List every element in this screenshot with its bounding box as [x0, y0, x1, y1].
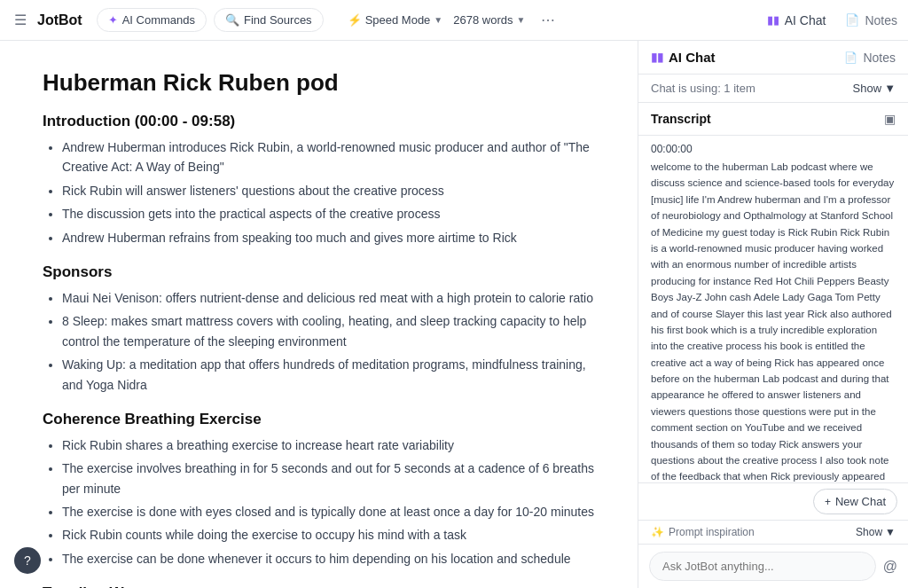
word-count-button[interactable]: 2678 words ▼ [453, 13, 525, 27]
transcript-label: Transcript [651, 112, 711, 126]
find-sources-icon: 🔍 [225, 13, 239, 27]
notes-panel-label: Notes [863, 51, 896, 65]
show-button[interactable]: Show ▼ [853, 82, 896, 95]
speed-mode-label: Speed Mode [365, 13, 431, 27]
word-count-chevron: ▼ [516, 15, 525, 25]
hamburger-icon[interactable]: ☰ [11, 8, 30, 32]
notes-tab[interactable]: 📄 Notes [845, 13, 897, 27]
more-options-button[interactable]: ⋯ [536, 8, 560, 32]
transcript-scroll[interactable]: 00:00:00 welcome to the huberman Lab pod… [638, 136, 908, 482]
list-item: Rick Rubin shares a breathing exercise t… [62, 435, 595, 455]
list-item: Maui Nei Venison: offers nutrient-dense … [62, 288, 595, 308]
chat-tab[interactable]: ▮▮ AI Chat [758, 10, 835, 31]
chat-input-area: @ [638, 544, 908, 588]
document-area: Huberman Rick Ruben pod Introduction (00… [0, 41, 638, 588]
notes-panel-button[interactable]: 📄 Notes [844, 51, 896, 65]
list-item: The exercise involves breathing in for 5… [62, 459, 595, 498]
list-item: 8 Sleep: makes smart mattress covers wit… [62, 311, 595, 351]
brand-name: JotBot [37, 12, 82, 28]
at-button[interactable]: @ [883, 559, 897, 575]
list-item: Waking Up: a meditation app that offers … [62, 355, 595, 395]
prompt-inspiration-bar: ✨ Prompt inspiration Show ▼ [638, 520, 908, 544]
section-list-2: Rick Rubin shares a breathing exercise t… [43, 435, 595, 568]
prompt-show-label: Show [856, 526, 882, 538]
notes-panel-icon: 📄 [844, 51, 857, 64]
section-list-1: Maui Nei Venison: offers nutrient-dense … [43, 288, 595, 395]
show-label: Show [853, 82, 882, 95]
lightning-icon: ⚡ [348, 13, 362, 27]
help-button[interactable]: ? [14, 547, 41, 574]
transcript-timestamp: 00:00:00 [638, 136, 908, 159]
topbar-left: ☰ JotBot ✦ AI Commands 🔍 Find Sources [11, 8, 340, 32]
chat-input[interactable] [649, 552, 876, 581]
show-chevron-icon: ▼ [884, 82, 896, 95]
chat-tab-icon: ▮▮ [767, 13, 779, 27]
panel-title-label: AI Chat [669, 50, 716, 65]
section-heading-3: Treading Water [43, 584, 595, 588]
panel-header: ▮▮ AI Chat 📄 Notes [638, 41, 908, 74]
copy-icon[interactable]: ▣ [884, 112, 896, 126]
chat-using-bar: Chat is using: 1 item Show ▼ [638, 74, 908, 103]
right-panel: ▮▮ AI Chat 📄 Notes Chat is using: 1 item… [638, 41, 908, 588]
prompt-show-button[interactable]: Show ▼ [856, 526, 896, 538]
new-chat-button[interactable]: + New Chat [813, 489, 897, 514]
transcript-header: Transcript ▣ [638, 103, 908, 136]
transcript-text: welcome to the huberman Lab podcast wher… [638, 159, 908, 482]
list-item: The exercise is done with eyes closed an… [62, 502, 595, 521]
panel-title-icon: ▮▮ [651, 51, 663, 64]
topbar: ☰ JotBot ✦ AI Commands 🔍 Find Sources ⚡ … [0, 0, 908, 41]
new-chat-bar: + New Chat [638, 482, 908, 520]
ai-commands-button[interactable]: ✦ AI Commands [97, 8, 207, 32]
find-sources-label: Find Sources [244, 13, 312, 27]
sparkle-icon: ✨ [651, 526, 664, 538]
panel-title: ▮▮ AI Chat [651, 50, 716, 65]
section-heading-1: Sponsors [43, 263, 595, 281]
ai-commands-label: AI Commands [122, 13, 195, 27]
section-heading-0: Introduction (00:00 - 09:58) [43, 113, 595, 130]
list-item: Rick Rubin will answer listeners' questi… [62, 181, 595, 200]
main-layout: Huberman Rick Ruben pod Introduction (00… [0, 41, 908, 588]
speed-mode-chevron: ▼ [434, 15, 442, 25]
list-item: Andrew Huberman introduces Rick Rubin, a… [62, 137, 595, 177]
notes-tab-icon: 📄 [845, 13, 859, 27]
section-list-0: Andrew Huberman introduces Rick Rubin, a… [43, 137, 595, 247]
list-item: Andrew Huberman refrains from speaking t… [62, 228, 595, 247]
speed-mode-button[interactable]: ⚡ Speed Mode ▼ [348, 13, 443, 27]
chat-tab-label: AI Chat [785, 13, 826, 27]
list-item: The discussion gets into the practical a… [62, 204, 595, 223]
document-title: Huberman Rick Ruben pod [43, 69, 595, 97]
word-count-label: 2678 words [453, 13, 513, 27]
find-sources-button[interactable]: 🔍 Find Sources [214, 8, 324, 32]
topbar-center: ⚡ Speed Mode ▼ 2678 words ▼ ⋯ [348, 8, 561, 32]
chat-using-text: Chat is using: 1 item [651, 82, 755, 95]
new-chat-label: New Chat [835, 495, 886, 508]
list-item: The exercise can be done whenever it occ… [62, 549, 595, 568]
new-chat-icon: + [825, 496, 831, 508]
section-heading-2: Coherence Breathing Exercise [43, 411, 595, 428]
prompt-inspiration-left: ✨ Prompt inspiration [651, 526, 755, 538]
prompt-show-chevron: ▼ [885, 526, 896, 538]
notes-tab-label: Notes [865, 13, 897, 27]
topbar-right: ▮▮ AI Chat 📄 Notes [568, 10, 897, 31]
prompt-inspiration-label: Prompt inspiration [669, 526, 755, 538]
list-item: Rick Rubin counts while doing the exerci… [62, 525, 595, 545]
ai-commands-icon: ✦ [108, 13, 118, 27]
